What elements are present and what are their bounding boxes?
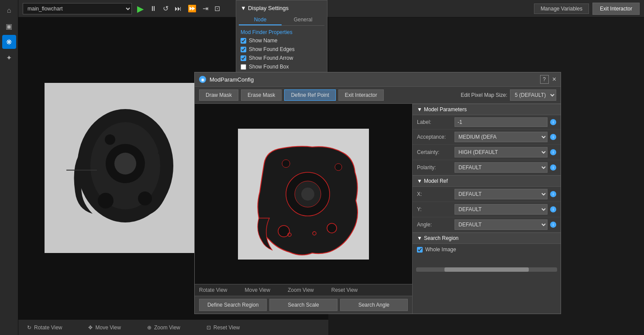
label-info-dot: i [550, 119, 556, 125]
show-found-arrow-checkbox[interactable] [241, 55, 246, 61]
whole-image-checkbox[interactable] [417, 247, 423, 253]
mod-finder-properties-label: Mod Finder Properties [236, 27, 327, 36]
svg-point-15 [282, 160, 290, 168]
manage-variables-button[interactable]: Manage Variables [534, 3, 589, 14]
dialog-toolbar: Draw Mask Erase Mask Define Ref Point Ex… [195, 87, 561, 104]
search-region-title: Search Region [424, 235, 458, 241]
search-angle-button[interactable]: Search Angle [340, 299, 408, 311]
toolbar-exit-interactor-button[interactable]: Exit Interactor [338, 89, 384, 101]
search-scale-button[interactable]: Search Scale [269, 299, 337, 311]
dialog-close-button[interactable]: × [552, 76, 556, 83]
certainty-row: Certainty: HIGH (DEFAULT i [413, 145, 561, 160]
polarity-field-label: Polarity: [417, 164, 452, 171]
zoom-view-ctrl[interactable]: Zoom View [288, 287, 314, 293]
reset-view-ctrl[interactable]: Reset View [331, 287, 358, 293]
sidebar-icon-monitor[interactable]: ▣ [2, 19, 16, 33]
display-settings-header: ▼ Display Settings [236, 3, 327, 13]
pixel-map-size-select[interactable]: 5 (DEFAULT) [510, 89, 556, 101]
playback-controls: ▶ ⏸ ↺ ⏭ ⏩ ⇥ ⊡ [135, 3, 530, 15]
flowchart-select[interactable]: main_flowchart [23, 3, 132, 14]
show-name-checkbox[interactable] [241, 38, 246, 44]
sidebar: ⌂ ▣ ❋ ✦ [0, 0, 18, 335]
model-preview [238, 129, 369, 260]
svg-point-7 [105, 134, 115, 145]
whole-image-label: Whole Image [425, 246, 456, 253]
rotate-icon: ↻ [27, 325, 31, 331]
show-name-row: Show Name [236, 36, 327, 45]
y-info-dot: i [550, 206, 556, 212]
y-row: Y: DEFAULT i [413, 202, 561, 217]
label-field-label: Label: [417, 119, 452, 125]
dialog-help-button[interactable]: ? [540, 75, 549, 84]
polarity-select[interactable]: DEFAULT [455, 162, 548, 173]
bottom-zoom-view[interactable]: ⊕ Zoom View [147, 325, 180, 331]
model-ref-triangle: ▼ [417, 178, 422, 184]
sidebar-icon-bulb[interactable]: ✦ [2, 51, 16, 65]
erase-mask-button[interactable]: Erase Mask [241, 89, 282, 101]
play-button[interactable]: ▶ [135, 3, 145, 15]
pause-button[interactable]: ⏸ [148, 4, 158, 14]
scrollbar-thumb [444, 267, 529, 272]
model-ref-title: Model Ref [424, 178, 448, 184]
horizontal-scrollbar[interactable] [416, 267, 557, 272]
display-settings-title: Display Settings [248, 5, 289, 11]
topbar: main_flowchart ▶ ⏸ ↺ ⏭ ⏩ ⇥ ⊡ Manage Vari… [18, 0, 644, 17]
model-params-header: ▼ Model Parameters [413, 104, 561, 115]
model-params-title: Model Parameters [424, 106, 467, 113]
draw-mask-button[interactable]: Draw Mask [199, 89, 238, 101]
step-forward-button[interactable]: ⇥ [201, 3, 210, 14]
rotate-view-label: Rotate View [34, 325, 62, 331]
camera-button[interactable]: ⊡ [213, 3, 222, 14]
move-view-ctrl[interactable]: Move View [245, 287, 270, 293]
skip-forward-button[interactable]: ⏭ [173, 4, 183, 14]
dialog-canvas-inner [195, 104, 412, 284]
acceptance-select[interactable]: MEDIUM (DEFA [455, 132, 548, 142]
svg-point-14 [327, 223, 337, 233]
whole-image-row: Whole Image [413, 244, 561, 255]
rotate-view-ctrl[interactable]: Rotate View [199, 287, 227, 293]
tab-general[interactable]: General [282, 15, 324, 25]
svg-point-4 [114, 153, 136, 174]
bottom-reset-view[interactable]: ⊡ Reset View [207, 325, 240, 331]
define-ref-point-button[interactable]: Define Ref Point [284, 89, 335, 101]
preview-image-container [45, 83, 210, 253]
modparamconfig-dialog: ◉ ModParamConfig ? × Draw Mask Erase Mas… [194, 72, 561, 314]
svg-point-6 [138, 191, 152, 205]
certainty-field-label: Certainty: [417, 149, 452, 155]
refresh-button[interactable]: ↺ [161, 3, 170, 14]
display-settings-tabs: Node General [239, 15, 324, 26]
y-field-label: Y: [417, 206, 452, 212]
sidebar-icon-home[interactable]: ⌂ [2, 3, 16, 17]
show-name-label: Show Name [249, 38, 277, 44]
angle-select[interactable]: DEFAULT [455, 219, 548, 230]
move-icon: ✥ [88, 325, 93, 331]
triangle-icon: ▼ [241, 5, 246, 11]
bottom-bar: ↻ Rotate View ✥ Move View ⊕ Zoom View ⊡ … [18, 319, 328, 335]
x-info-dot: i [550, 191, 556, 197]
model-preview-svg [238, 129, 369, 260]
certainty-select[interactable]: HIGH (DEFAULT [455, 147, 548, 157]
sidebar-icon-nodes[interactable]: ❋ [2, 35, 16, 49]
define-search-region-button[interactable]: Define Search Region [199, 299, 267, 311]
fast-forward-button[interactable]: ⏩ [186, 3, 198, 14]
angle-info-dot: i [550, 222, 556, 228]
show-found-box-checkbox[interactable] [241, 64, 246, 70]
polarity-info-dot: i [550, 164, 556, 171]
tab-node[interactable]: Node [239, 15, 282, 25]
display-settings-panel: ▼ Display Settings Node General Mod Find… [236, 0, 327, 74]
show-found-edges-checkbox[interactable] [241, 47, 246, 52]
view-controls: Rotate View Move View Zoom View Reset Vi… [195, 284, 412, 296]
component-preview-svg [45, 83, 210, 253]
x-select[interactable]: DEFAULT [455, 189, 548, 199]
label-input[interactable] [455, 117, 548, 127]
topbar-exit-interactor-button[interactable]: Exit Interactor [592, 3, 640, 15]
svg-point-12 [301, 188, 314, 201]
move-view-label: Move View [95, 325, 121, 331]
bottom-move-view[interactable]: ✥ Move View [88, 325, 121, 331]
acceptance-field-label: Acceptance: [417, 134, 452, 140]
svg-point-5 [98, 193, 114, 209]
y-select[interactable]: DEFAULT [455, 204, 548, 215]
certainty-info-dot: i [550, 149, 556, 155]
show-found-edges-row: Show Found Edges [236, 45, 327, 54]
bottom-rotate-view[interactable]: ↻ Rotate View [27, 325, 62, 331]
